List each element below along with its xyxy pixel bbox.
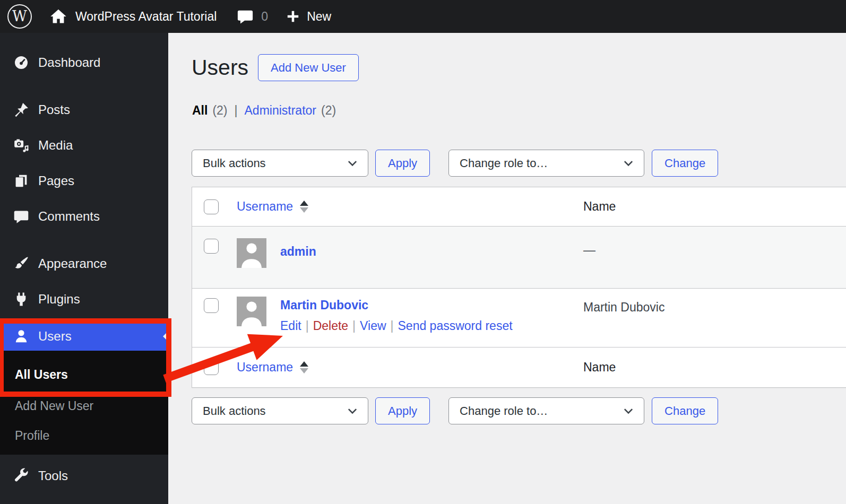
media-icon <box>13 137 30 154</box>
name-column-header: Name <box>583 199 616 214</box>
page-title: Users <box>192 56 248 80</box>
username-sort-header[interactable]: Username <box>237 199 308 214</box>
comment-icon <box>236 7 254 25</box>
sort-asc-icon <box>300 201 308 206</box>
avatar <box>237 238 266 268</box>
chevron-down-icon <box>621 157 635 170</box>
change-role-select[interactable]: Change role to… <box>448 397 644 424</box>
new-label: New <box>307 10 331 24</box>
filter-separator: | <box>235 103 238 118</box>
filter-all-link[interactable]: All <box>192 103 208 118</box>
current-menu-notch <box>158 331 168 342</box>
users-page: Users Add New User All (2) | Administrat… <box>168 33 846 504</box>
pushpin-icon <box>13 101 30 118</box>
select-all-checkbox[interactable] <box>204 199 219 214</box>
bulk-actions-toolbar-top: Bulk actions Apply Change role to… Chang… <box>192 150 718 177</box>
sidebar-item-label: Users <box>38 329 72 344</box>
plus-icon <box>285 8 301 24</box>
sidebar-item-comments[interactable]: Comments <box>0 198 168 234</box>
filter-all-count: (2) <box>212 103 227 118</box>
table-row: admin — <box>192 226 846 288</box>
sidebar-item-pages[interactable]: Pages <box>0 163 168 198</box>
table-header-row: Username Name <box>192 187 846 226</box>
sort-asc-icon <box>300 361 308 367</box>
view-link[interactable]: View <box>360 319 386 333</box>
site-link[interactable]: WordPress Avatar Tutorial <box>49 7 217 26</box>
action-separator: | <box>306 319 309 333</box>
name-column-header: Name <box>583 360 616 375</box>
name-cell: Martin Dubovic <box>583 289 846 347</box>
wordpress-logo[interactable]: W <box>7 4 32 29</box>
row-actions: Edit | Delete | View | Send password res… <box>280 319 513 333</box>
home-icon <box>49 7 68 26</box>
plugin-icon <box>13 291 30 308</box>
username-link[interactable]: admin <box>280 245 316 259</box>
admin-sidebar: Dashboard Posts Media Pages Comments App… <box>0 33 168 504</box>
chevron-down-icon <box>621 404 635 418</box>
bulk-actions-select[interactable]: Bulk actions <box>192 150 368 177</box>
admin-bar: W WordPress Avatar Tutorial 0 New <box>0 0 846 33</box>
sidebar-item-users[interactable]: Users <box>0 322 168 351</box>
users-submenu: All Users Add New User Profile <box>0 351 168 455</box>
wrench-icon <box>13 467 30 484</box>
users-table: Username Name admin — <box>192 187 846 388</box>
sidebar-item-label: Tools <box>38 468 68 483</box>
sidebar-item-label: Plugins <box>38 292 80 307</box>
row-checkbox[interactable] <box>204 298 219 313</box>
name-cell: — <box>583 227 846 288</box>
edit-link[interactable]: Edit <box>280 319 301 333</box>
sidebar-item-all-users[interactable]: All Users <box>0 358 168 391</box>
change-role-select[interactable]: Change role to… <box>448 150 644 177</box>
sidebar-item-add-new-user[interactable]: Add New User <box>0 391 168 421</box>
apply-button[interactable]: Apply <box>375 150 430 177</box>
change-button[interactable]: Change <box>652 397 718 424</box>
comments-count: 0 <box>261 10 268 24</box>
admin-bar-comments[interactable]: 0 <box>236 7 268 25</box>
brush-icon <box>13 255 30 272</box>
change-button[interactable]: Change <box>652 150 718 177</box>
site-name: WordPress Avatar Tutorial <box>75 10 217 24</box>
sidebar-item-label: Posts <box>38 102 70 117</box>
sidebar-item-label: Appearance <box>38 256 107 271</box>
admin-bar-new[interactable]: New <box>285 8 331 24</box>
user-icon <box>13 328 30 345</box>
sidebar-item-tools[interactable]: Tools <box>0 458 168 493</box>
bulk-actions-select[interactable]: Bulk actions <box>192 397 368 424</box>
comment-icon <box>13 208 30 225</box>
sidebar-item-dashboard[interactable]: Dashboard <box>0 45 168 80</box>
avatar <box>237 297 266 326</box>
sidebar-item-label: Pages <box>38 173 74 188</box>
select-all-checkbox[interactable] <box>204 360 219 375</box>
chevron-down-icon <box>346 404 359 418</box>
sort-desc-icon <box>300 368 308 373</box>
delete-link[interactable]: Delete <box>313 319 348 333</box>
chevron-down-icon <box>346 157 359 170</box>
username-sort-header[interactable]: Username <box>237 360 308 375</box>
apply-button[interactable]: Apply <box>375 397 430 424</box>
sidebar-item-label: Comments <box>38 209 100 224</box>
sidebar-item-appearance[interactable]: Appearance <box>0 246 168 281</box>
action-separator: | <box>352 319 356 333</box>
action-separator: | <box>391 319 394 333</box>
sidebar-item-posts[interactable]: Posts <box>0 92 168 127</box>
sort-desc-icon <box>300 207 308 213</box>
table-footer-row: Username Name <box>192 347 846 387</box>
filter-administrator-count: (2) <box>321 103 336 118</box>
sidebar-item-plugins[interactable]: Plugins <box>0 281 168 317</box>
user-role-filters: All (2) | Administrator (2) <box>192 103 336 118</box>
username-link[interactable]: Martin Dubovic <box>280 298 513 312</box>
bulk-actions-toolbar-bottom: Bulk actions Apply Change role to… Chang… <box>192 397 718 424</box>
add-new-user-button[interactable]: Add New User <box>258 54 359 81</box>
pages-icon <box>13 172 30 189</box>
table-row: Martin Dubovic Edit | Delete | View | Se… <box>192 288 846 347</box>
sidebar-item-profile[interactable]: Profile <box>0 421 168 450</box>
dashboard-icon <box>13 54 30 71</box>
sidebar-item-label: Media <box>38 138 73 153</box>
sidebar-item-label: Dashboard <box>38 55 100 70</box>
send-password-reset-link[interactable]: Send password reset <box>398 319 513 333</box>
filter-administrator-link[interactable]: Administrator <box>245 103 316 118</box>
sidebar-item-media[interactable]: Media <box>0 127 168 163</box>
row-checkbox[interactable] <box>204 239 219 254</box>
